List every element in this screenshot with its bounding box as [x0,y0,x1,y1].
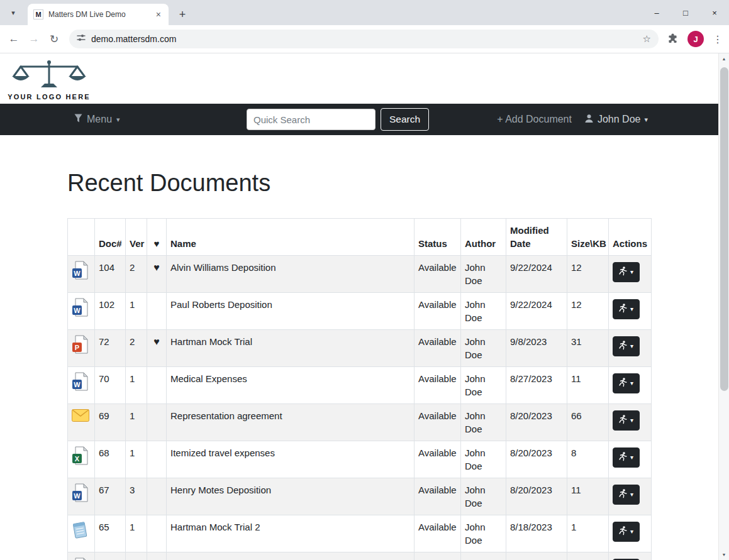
menu-dropdown[interactable]: Menu ▾ [74,104,120,135]
version-cell: 1 [126,515,147,552]
minimize-button[interactable]: – [642,0,671,25]
favorite-cell[interactable] [147,478,167,515]
favorite-cell[interactable]: ♥ [147,552,167,560]
favorite-cell[interactable]: ♥ [147,255,167,292]
table-header-row: Doc#Ver♥NameStatusAuthorModified DateSiz… [68,218,652,255]
recent-documents-table: Doc#Ver♥NameStatusAuthorModified DateSiz… [67,218,652,560]
column-header: Author [461,218,506,255]
size-cell: 12 [567,255,609,292]
document-name-cell[interactable]: Itemized travel expenses [167,441,415,478]
svg-text:W: W [74,491,81,499]
favorite-cell[interactable] [147,441,167,478]
favorite-cell[interactable] [147,292,167,329]
actions-cell: ▾ [609,255,652,292]
document-name-cell[interactable]: Hartman Mock Trial 2 [167,515,415,552]
word-file-icon: W [72,372,91,391]
size-cell: 1 [567,515,609,552]
column-header: Actions [609,218,652,255]
table-row: P722♥Hartman Mock TrialAvailableJohn Doe… [68,329,652,366]
favorite-cell[interactable] [147,515,167,552]
tab-close-icon[interactable]: × [154,9,163,19]
navbar-right: + Add Document John Doe ▾ [497,104,648,135]
page-scrollbar[interactable]: ▲ ▼ [718,53,729,560]
site-info-icon[interactable] [77,33,86,45]
document-name-cell[interactable]: Paul Roberts Deposition [167,292,415,329]
document-name-cell[interactable]: Hartman Mock Trial [167,329,415,366]
document-name-cell[interactable]: Alvin Williams Deposition [167,255,415,292]
close-window-button[interactable]: × [700,0,729,25]
extensions-puzzle-icon[interactable] [664,33,681,45]
version-cell: 1 [126,292,147,329]
scroll-up-icon[interactable]: ▲ [719,53,729,64]
status-cell: Available [415,329,461,366]
table-row: W1021Paul Roberts DepositionAvailableJoh… [68,292,652,329]
document-actions-button[interactable]: ▾ [613,485,640,505]
document-actions-button[interactable]: ▾ [613,373,640,393]
file-type-cell: P [68,552,95,560]
svg-text:P: P [75,343,79,351]
document-name-cell[interactable]: Presentation by William Mil [167,552,415,560]
document-actions-button[interactable]: ▾ [613,447,640,468]
tab-strip: ▾ M Matters DM Live Demo × + – □ × [0,0,729,25]
doc-number-cell: 69 [95,404,126,441]
caret-down-icon: ▾ [630,269,633,275]
refresh-icon[interactable]: ↻ [44,29,64,49]
favorite-heart-icon[interactable]: ♥ [153,336,160,347]
bookmark-star-icon[interactable]: ☆ [643,33,651,45]
word-file-icon: W [72,261,91,280]
author-cell: John Doe [461,478,506,515]
document-name-cell[interactable]: Medical Expenses [167,366,415,404]
file-type-cell: W [68,292,95,329]
maximize-button[interactable]: □ [671,0,700,25]
document-actions-button[interactable]: ▾ [613,262,640,282]
favorite-cell[interactable]: ♥ [147,329,167,366]
modified-date-cell: 8/18/2023 [506,552,567,560]
document-actions-button[interactable]: ▾ [613,299,640,319]
new-tab-button[interactable]: + [174,6,191,23]
scroll-down-icon[interactable]: ▼ [719,549,729,560]
documents-table-body: W1042♥Alvin Williams DepositionAvailable… [68,255,652,560]
status-cell: Available [415,255,461,292]
powerpoint-file-icon: P [72,557,91,560]
email-file-icon [72,409,91,422]
browser-window: ▾ M Matters DM Live Demo × + – □ × ← → ↻ [0,0,729,560]
version-cell: 1 [126,366,147,404]
search-button[interactable]: Search [381,108,429,131]
caret-down-icon: ▾ [630,343,633,349]
document-name-cell[interactable]: Henry Motes Deposition [167,478,415,515]
add-document-button[interactable]: + Add Document [497,114,572,125]
column-header [68,218,95,255]
web-page: YOUR LOGO HERE Menu ▾ Search [0,53,718,560]
version-cell: 2 [126,255,147,292]
document-actions-button[interactable]: ▾ [613,336,640,356]
favorite-cell[interactable] [147,366,167,404]
address-bar[interactable]: demo.mattersdm.com ☆ [69,30,659,48]
document-actions-button[interactable]: ▾ [613,410,640,431]
document-actions-button[interactable]: ▾ [613,522,640,542]
browser-tab[interactable]: M Matters DM Live Demo × [28,4,169,25]
actions-cell: ▾ [609,552,652,560]
notepad-file-icon [72,520,91,539]
table-row: W673Henry Motes DepositionAvailableJohn … [68,478,652,515]
forward-icon[interactable]: → [24,29,44,49]
browser-menu-icon[interactable]: ⋮ [710,33,725,45]
caret-down-icon: ▾ [630,454,633,461]
favorite-cell[interactable] [147,404,167,441]
word-file-icon: W [72,298,91,317]
caret-down-icon: ▾ [630,491,633,498]
caret-down-icon: ▾ [116,116,120,123]
file-type-cell: X [68,441,95,478]
scrollbar-thumb[interactable] [720,67,728,391]
favorite-heart-icon[interactable]: ♥ [153,262,160,273]
user-dropdown[interactable]: John Doe ▾ [584,114,648,126]
back-icon[interactable]: ← [4,29,24,49]
modified-date-cell: 8/20/2023 [506,441,567,478]
author-cell: John Doe [461,366,506,404]
tab-search-chevron-icon[interactable]: ▾ [6,6,20,19]
size-cell: 31 [567,552,609,560]
user-icon [584,114,594,126]
version-cell: 2 [126,329,147,366]
quick-search-input[interactable] [247,109,376,130]
document-name-cell[interactable]: Representation agreement [167,404,415,441]
profile-avatar[interactable]: J [687,31,704,47]
